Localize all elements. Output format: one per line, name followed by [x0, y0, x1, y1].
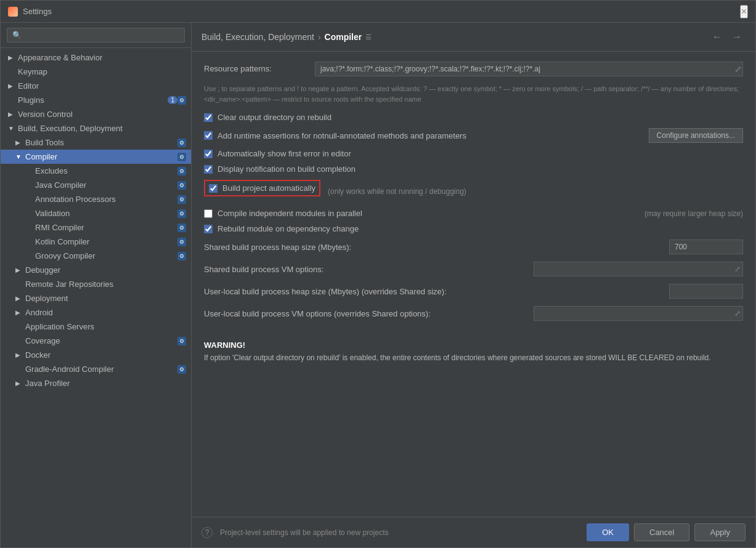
sidebar-item-version-control[interactable]: ▶ Version Control — [1, 107, 191, 121]
settings-icon: ⚙ — [177, 153, 186, 161]
ok-button[interactable]: OK — [587, 523, 629, 541]
vm-options-row: Shared build process VM options: ⤢ — [204, 262, 743, 276]
checkbox-build-automatically[interactable] — [209, 184, 217, 193]
user-vm-label: User-local build process VM options (ove… — [204, 309, 534, 318]
apply-button[interactable]: Apply — [694, 523, 746, 541]
heap-size-input[interactable] — [669, 240, 743, 254]
user-heap-input[interactable] — [669, 284, 743, 299]
close-button[interactable]: × — [740, 5, 748, 18]
sidebar-item-label: Kotlin Compiler — [35, 237, 177, 246]
sidebar-item-plugins[interactable]: Plugins 1 ⚙ — [1, 93, 191, 107]
warning-body: If option 'Clear output directory on reb… — [204, 352, 743, 363]
sidebar-item-label: RMI Compiler — [35, 223, 177, 232]
settings-icon: ⚙ — [177, 96, 186, 105]
sidebar-item-gradle-android[interactable]: Gradle-Android Compiler ⚙ — [1, 362, 191, 376]
sidebar-item-label: Annotation Processors — [35, 195, 177, 204]
sidebar-item-coverage[interactable]: Coverage ⚙ — [1, 334, 191, 348]
user-heap-label: User-local build process heap size (Mbyt… — [204, 287, 669, 296]
sidebar-item-kotlin-compiler[interactable]: Kotlin Compiler ⚙ — [1, 235, 191, 249]
sidebar-item-java-profiler[interactable]: ▶ Java Profiler — [1, 376, 191, 390]
nav-forward-button[interactable]: → — [728, 30, 746, 44]
sidebar-item-app-servers[interactable]: Application Servers — [1, 320, 191, 334]
user-vm-wrap: ⤢ — [534, 306, 743, 321]
sidebar-item-label: Build Tools — [25, 138, 177, 147]
vm-options-label: Shared build process VM options: — [204, 265, 534, 274]
sidebar-item-annotation-processors[interactable]: Annotation Processors ⚙ — [1, 192, 191, 206]
arrow-icon: ▶ — [15, 352, 23, 358]
settings-icon: ⚙ — [177, 139, 186, 147]
user-vm-input[interactable] — [534, 306, 743, 321]
checkbox-label-compile-parallel: Compile independent modules in parallel — [217, 209, 637, 218]
sidebar-item-build-tools[interactable]: ▶ Build Tools ⚙ — [1, 135, 191, 150]
resource-patterns-label: Resource patterns: — [204, 62, 315, 73]
checkbox-auto-show-error[interactable] — [204, 150, 213, 158]
sidebar-item-label: Appearance & Behavior — [18, 53, 186, 62]
sidebar-item-validation[interactable]: Validation ⚙ — [1, 206, 191, 220]
sidebar-item-keymap[interactable]: Keymap — [1, 65, 191, 79]
sidebar-item-remote-jar[interactable]: Remote Jar Repositories — [1, 277, 191, 291]
sidebar-item-label: Java Compiler — [35, 180, 177, 190]
sidebar-item-label: Keymap — [18, 67, 186, 76]
settings-icon: ⚙ — [177, 224, 186, 232]
checkbox-label-add-runtime: Add runtime assertions for notnull-annot… — [217, 131, 641, 140]
checkbox-label-clear-output: Clear output directory on rebuild — [217, 113, 743, 122]
settings-icon: ⚙ — [177, 167, 186, 175]
cancel-button[interactable]: Cancel — [634, 523, 689, 541]
sidebar-item-editor[interactable]: ▶ Editor — [1, 79, 191, 93]
checkbox-label-rebuild-dependency: Rebuild module on dependency change — [217, 224, 743, 233]
resource-patterns-row: Resource patterns: ⤢ — [204, 62, 743, 76]
arrow-icon: ▼ — [15, 153, 23, 160]
checkbox-rebuild-dependency[interactable] — [204, 225, 213, 233]
sidebar-item-label: Android — [25, 308, 186, 317]
user-vm-row: User-local build process VM options (ove… — [204, 306, 743, 321]
breadcrumb-menu-icon[interactable]: ☰ — [365, 33, 372, 41]
checkbox-clear-output[interactable] — [204, 113, 213, 122]
sidebar-item-groovy-compiler[interactable]: Groovy Compiler ⚙ — [1, 249, 191, 263]
checkbox-row-clear-output: Clear output directory on rebuild — [204, 113, 743, 122]
sidebar-item-label: Application Servers — [25, 322, 186, 331]
vm-options-input[interactable] — [534, 262, 743, 276]
arrow-icon: ▼ — [8, 125, 15, 132]
sidebar-item-label: Plugins — [18, 95, 165, 105]
nav-back-button[interactable]: ← — [709, 30, 726, 44]
sidebar-item-build-execution[interactable]: ▼ Build, Execution, Deployment — [1, 121, 191, 135]
app-icon — [8, 7, 18, 17]
sidebar-item-label: Groovy Compiler — [35, 251, 177, 260]
user-heap-row: User-local build process heap size (Mbyt… — [204, 284, 743, 299]
sidebar-item-debugger[interactable]: ▶ Debugger — [1, 263, 191, 277]
sidebar-item-android[interactable]: ▶ Android — [1, 305, 191, 320]
sidebar-item-label: Docker — [25, 350, 186, 360]
sidebar-item-label: Build, Execution, Deployment — [18, 124, 186, 133]
settings-icon: ⚙ — [177, 238, 186, 246]
sidebar-item-label: Compiler — [25, 152, 177, 161]
checkbox-add-runtime[interactable] — [204, 131, 213, 140]
checkbox-label-display-notification: Display notification on build completion — [217, 164, 743, 174]
sidebar-item-appearance[interactable]: ▶ Appearance & Behavior — [1, 50, 191, 65]
resource-expand-button[interactable]: ⤢ — [734, 64, 742, 74]
settings-icon: ⚙ — [177, 365, 186, 374]
settings-icon: ⚙ — [177, 252, 186, 260]
configure-annotations-button[interactable]: Configure annotations... — [649, 128, 743, 143]
user-vm-expand-button[interactable]: ⤢ — [734, 309, 741, 318]
search-input[interactable] — [7, 28, 185, 42]
checkbox-compile-parallel[interactable] — [204, 209, 213, 218]
sidebar-item-java-compiler[interactable]: Java Compiler ⚙ — [1, 178, 191, 192]
vm-options-wrap: ⤢ — [534, 262, 743, 276]
sidebar-item-compiler[interactable]: ▼ Compiler ⚙ — [1, 150, 191, 164]
heap-size-label: Shared build process heap size (Mbytes): — [204, 243, 669, 252]
sidebar-item-label: Editor — [18, 81, 186, 91]
titlebar: Settings × — [1, 1, 755, 23]
compile-parallel-hint: (may require larger heap size) — [644, 209, 743, 218]
vm-options-expand-button[interactable]: ⤢ — [734, 265, 741, 273]
settings-window: Settings × ▶ Appearance & Behavior Keyma… — [0, 0, 756, 548]
sidebar-item-excludes[interactable]: Excludes ⚙ — [1, 164, 191, 178]
sidebar-item-docker[interactable]: ▶ Docker — [1, 348, 191, 362]
bottom-bar: ? Project-level settings will be applied… — [192, 517, 755, 547]
resource-patterns-input[interactable] — [315, 62, 743, 76]
checkbox-display-notification[interactable] — [204, 165, 213, 174]
sidebar-item-deployment[interactable]: ▶ Deployment — [1, 291, 191, 305]
sidebar-item-rmi-compiler[interactable]: RMI Compiler ⚙ — [1, 220, 191, 235]
help-button[interactable]: ? — [201, 527, 213, 538]
arrow-icon: ▶ — [15, 267, 23, 273]
settings-icon: ⚙ — [177, 195, 186, 204]
